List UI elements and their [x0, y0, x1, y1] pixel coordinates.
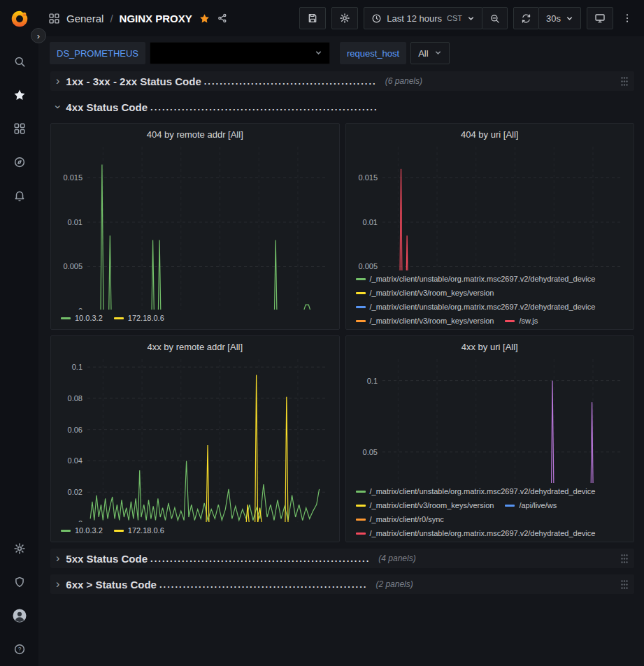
legend-item[interactable]: /_matrix/client/r0/sync [356, 512, 444, 526]
legend-item[interactable]: 10.0.3.2 [61, 311, 103, 325]
legend-row: /_matrix/client/r0/sync [356, 512, 627, 526]
panel-chart[interactable]: 00.020.040.060.080.108:0010:0012:0014:00… [57, 354, 334, 522]
legend-item[interactable]: /sw.js [505, 314, 538, 326]
help-icon: ? [13, 643, 26, 656]
legend-item[interactable]: /_matrix/client/unstable/org.matrix.msc2… [356, 272, 596, 286]
svg-text:?: ? [17, 646, 21, 653]
legend-swatch [505, 505, 515, 507]
refresh-interval-label: 30s [546, 13, 561, 24]
gear-icon [339, 13, 350, 24]
variable-label-request-host: request_host [340, 42, 406, 64]
legend-row: /_matrix/client/unstable/org.matrix.msc2… [356, 300, 627, 314]
breadcrumb-section[interactable]: General [66, 13, 103, 24]
chevron-down-icon [315, 49, 322, 57]
row-5xx-status-code[interactable]: › 5xx Status Code ......................… [50, 549, 634, 568]
panel-chart[interactable]: 00.050.108:0010:0012:0014:0016:0018:00 [352, 354, 629, 483]
legend-item[interactable]: 172.18.0.6 [114, 311, 164, 325]
chevron-down-icon [434, 49, 442, 57]
svg-text:0.1: 0.1 [72, 363, 83, 371]
variable-datasource: DS_PROMETHEUS [50, 42, 330, 64]
legend-item[interactable]: /_matrix/client/v3/room_keys/version [356, 314, 494, 326]
legend-item[interactable]: /api/live/ws [505, 498, 557, 512]
legend-swatch [356, 278, 366, 280]
refresh-icon [521, 13, 531, 24]
header-toolbar: Last 12 hours CST [299, 7, 636, 29]
refresh-interval-picker[interactable]: 30s [538, 7, 581, 29]
panel-title[interactable]: 4xx by uri [All] [352, 339, 629, 354]
legend-item[interactable]: 10.0.3.2 [61, 523, 103, 537]
row-panel-count: (4 panels) [378, 553, 415, 563]
dashboard-settings-button[interactable] [331, 7, 358, 29]
sidebar-item-alerting[interactable] [0, 179, 38, 212]
cycle-view-mode-button[interactable] [587, 7, 613, 29]
legend-item[interactable]: /_matrix/client/unstable/org.matrix.msc2… [356, 526, 596, 539]
legend-swatch [114, 317, 124, 319]
panel-title[interactable]: 404 by remote addr [All] [57, 126, 334, 141]
sidebar-item-explore[interactable] [0, 145, 38, 179]
time-range-picker[interactable]: Last 12 hours CST [364, 7, 482, 29]
svg-text:0.015: 0.015 [358, 173, 378, 182]
row-title-dots: ........................................… [150, 102, 378, 113]
sidebar-item-help[interactable]: ? [0, 632, 38, 666]
panel-chart[interactable]: 00.0050.010.01508:0010:0012:0014:0016:00… [57, 141, 334, 310]
request-host-select-value: All [418, 48, 428, 59]
legend-swatch [356, 292, 366, 294]
zoom-out-button[interactable] [482, 7, 508, 29]
panel-404-by-uri: 404 by uri [All] 00.0050.010.01508:0010:… [345, 123, 635, 330]
sidebar-item-server-admin[interactable] [0, 565, 38, 599]
row-collapse-chevron-icon: › [56, 75, 59, 87]
svg-text:0: 0 [78, 307, 83, 310]
row-title[interactable]: 5xx Status Code [66, 553, 148, 565]
row-4xx-status-code[interactable]: › 4xx Status Code ......................… [50, 97, 634, 117]
sidebar-item-dashboards[interactable] [0, 112, 38, 145]
sidebar-item-search[interactable] [0, 45, 38, 78]
legend-row: /_matrix/client/unstable/org.matrix.msc2… [356, 272, 627, 286]
sidebar-expand-button[interactable]: › [31, 28, 46, 43]
row-title[interactable]: 6xx > Status Code [66, 579, 157, 591]
legend-label: /_matrix/client/v3/room_keys/version [370, 314, 494, 326]
row-6xx-status-code[interactable]: › 6xx > Status Code ....................… [50, 574, 634, 594]
row-title[interactable]: 1xx - 3xx - 2xx Status Code [66, 75, 201, 87]
row-1xx-3xx-2xx-status-code[interactable]: › 1xx - 3xx - 2xx Status Code ..........… [50, 71, 634, 91]
datasource-select[interactable] [150, 42, 330, 64]
legend-label: /_matrix/client/r0/sync [370, 512, 444, 526]
sidebar-item-configuration[interactable] [0, 532, 38, 565]
sidebar-item-starred[interactable] [0, 78, 38, 112]
panel-title[interactable]: 404 by uri [All] [352, 126, 629, 141]
compass-icon [13, 156, 26, 168]
favorite-star-icon[interactable] [199, 13, 210, 24]
legend-item[interactable]: 172.18.0.6 [114, 523, 164, 537]
svg-text:0.02: 0.02 [68, 488, 83, 496]
grafana-logo-icon[interactable] [9, 8, 30, 32]
more-options-button[interactable] [619, 7, 636, 29]
row-drag-handle[interactable] [620, 579, 629, 590]
legend-row: /_matrix/client/unstable/org.matrix.msc2… [356, 526, 627, 539]
main-area: General / NGINX PROXY [38, 0, 644, 666]
panel-legend: /_matrix/client/unstable/org.matrix.msc2… [352, 270, 629, 326]
row-drag-handle[interactable] [620, 553, 629, 564]
legend-item[interactable]: /_matrix/client/v3/room_keys/version [356, 498, 494, 512]
request-host-select[interactable]: All [410, 42, 449, 64]
timezone-label: CST [447, 14, 462, 22]
legend-item[interactable]: /_matrix/client/unstable/org.matrix.msc2… [356, 484, 596, 498]
row-drag-handle[interactable] [620, 76, 629, 87]
refresh-button[interactable] [513, 7, 539, 29]
legend-label: /_matrix/client/unstable/org.matrix.msc2… [370, 272, 596, 286]
svg-text:0.04: 0.04 [68, 456, 83, 465]
svg-text:0.05: 0.05 [362, 448, 377, 456]
legend-row: /_matrix/client/v3/room_keys/version [356, 286, 627, 300]
monitor-icon [594, 13, 606, 24]
share-icon[interactable] [217, 13, 228, 24]
legend-row: /_matrix/client/v3/room_keys/version/sw.… [356, 314, 627, 326]
legend-swatch [356, 505, 366, 507]
legend-label: 172.18.0.6 [128, 311, 164, 325]
legend-item[interactable]: /_matrix/client/v3/room_keys/version [356, 286, 494, 300]
panel-title[interactable]: 4xx by remote addr [All] [57, 339, 334, 354]
legend-item[interactable]: /_matrix/client/unstable/org.matrix.msc2… [356, 300, 596, 314]
panel-chart[interactable]: 00.0050.010.01508:0010:0012:0014:0016:00… [352, 141, 629, 270]
save-dashboard-button[interactable] [299, 7, 326, 29]
row-title[interactable]: 4xx Status Code [66, 101, 148, 113]
sidebar-item-profile[interactable] [0, 599, 38, 632]
variable-request-host: request_host All [340, 42, 450, 64]
breadcrumb-title[interactable]: NGINX PROXY [120, 13, 192, 24]
